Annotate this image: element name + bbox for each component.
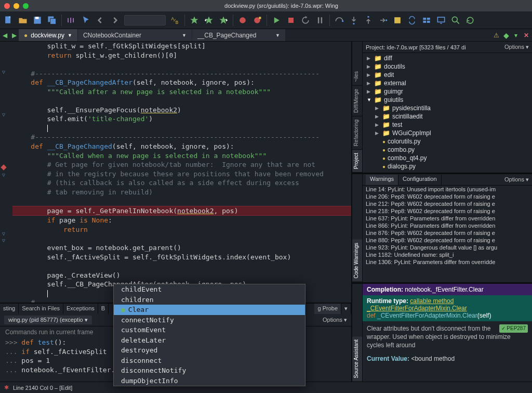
tree-file[interactable]: ●dialogs.py — [363, 162, 532, 171]
stop-icon[interactable] — [286, 15, 296, 25]
tree-folder[interactable]: ▶📁pysidescintilla — [363, 104, 532, 112]
refresh-icon[interactable] — [465, 15, 475, 25]
breakpoint-icon[interactable] — [237, 15, 248, 25]
autocomplete-item[interactable]: customEvent — [114, 325, 305, 335]
run-icon[interactable] — [271, 15, 282, 25]
warning-item[interactable]: Line 880: Pep8: W602 deprecated form of … — [363, 237, 532, 244]
code-editor[interactable]: ▽ ▽ ▽ ▽ ▽ split_w = self._fGtkSplitWidge… — [0, 42, 351, 303]
tree-folder[interactable]: ▶📁diff — [363, 54, 532, 62]
autocomplete-item[interactable]: connectNotify — [114, 315, 305, 325]
warning-item[interactable]: Line 1306: PyLint: Parameters differ fro… — [363, 258, 532, 266]
autocomplete-item[interactable]: disconnectNotify — [114, 365, 305, 376]
warning-item[interactable]: Line 637: PyLint: Parameters differ from… — [363, 215, 532, 222]
breakpoint-marker[interactable] — [1, 164, 6, 170]
pointer-icon[interactable] — [81, 15, 91, 25]
warning-item[interactable]: Line 866: PyLint: Parameters differ from… — [363, 222, 532, 229]
project-options[interactable]: Options ▾ — [504, 44, 529, 50]
breakpoint-cond-icon[interactable] — [252, 15, 262, 25]
autocomplete-item[interactable]: deleteLater — [114, 335, 305, 346]
vtab-files[interactable]: ~iles — [352, 68, 362, 86]
process-selector[interactable]: wing.py (pid 85777) (exceptio ▾ — [4, 316, 92, 324]
save-icon[interactable] — [32, 15, 43, 25]
autocomplete-popup[interactable]: childEventchildren●ClearconnectNotifycus… — [113, 284, 305, 386]
tree-folder[interactable]: ▶📁test — [363, 121, 532, 129]
bottom-tab-debug-probe[interactable]: g Probe — [314, 304, 341, 314]
bookmark-icon[interactable] — [189, 15, 200, 25]
doc-tab-file[interactable]: ● dockview.py ▼ — [19, 29, 78, 41]
tree-file[interactable]: ●combo_qt4.py — [363, 154, 532, 162]
maximize-icon[interactable] — [23, 3, 29, 9]
warning-item[interactable]: Line 876: Pep8: W602 deprecated form of … — [363, 229, 532, 237]
step-over-icon[interactable] — [334, 15, 344, 25]
vtab-refactoring[interactable]: Refactoring — [352, 116, 362, 150]
warning-item[interactable]: Line 923: PyLint: Dangerous default valu… — [363, 244, 532, 251]
doc-tab-symbol[interactable]: __CB_PageChanged ▼ — [192, 29, 286, 41]
bug-icon[interactable]: ✱ — [4, 384, 9, 391]
doc-nav-back-icon[interactable]: ◀ — [0, 29, 9, 41]
warning-item[interactable]: Line 206: Pep8: W602 deprecated form of … — [363, 193, 532, 200]
step-next-icon[interactable] — [378, 15, 388, 25]
bookmark-prev-icon[interactable] — [204, 15, 214, 25]
doc-tab-class[interactable]: CNotebookContainer ▼ — [78, 29, 192, 41]
warnings-list[interactable]: Line 14: PyLint: Unused import itertools… — [363, 186, 532, 282]
search-tool-icon[interactable] — [450, 15, 461, 25]
snippets-icon[interactable] — [421, 15, 432, 25]
project-tree[interactable]: ▶📁diff▶📁docutils▶📁edit▶📁external▶📁guimgr… — [363, 53, 532, 173]
tree-folder[interactable]: ▶📁scintillaedit — [363, 112, 532, 121]
vtab-source-assistant[interactable]: Source Assistant — [352, 336, 362, 382]
autocomplete-item[interactable]: children — [114, 295, 305, 305]
close-doc-icon[interactable]: ✕ — [521, 29, 532, 41]
sync-icon[interactable] — [407, 15, 417, 25]
tree-file[interactable]: ●combo.py — [363, 146, 532, 154]
autocomplete-item[interactable]: dumpObjectInfo — [114, 376, 305, 386]
bookmark-next-icon[interactable] — [218, 15, 229, 25]
warning-item[interactable]: Line 218: Pep8: W602 deprecated form of … — [363, 207, 532, 215]
pause-icon[interactable] — [315, 15, 325, 25]
warning-item[interactable]: Line 14: PyLint: Unused import itertools… — [363, 186, 532, 193]
warning-icon[interactable]: ⚠ — [491, 29, 501, 41]
configuration-tab[interactable]: Configuration — [398, 175, 441, 185]
tree-folder[interactable]: ▶📁external — [363, 79, 532, 87]
close-icon[interactable] — [4, 3, 10, 9]
vtab-project[interactable]: Project — [352, 150, 362, 173]
autocomplete-item[interactable]: destroyed — [114, 345, 305, 356]
display-icon[interactable] — [436, 15, 446, 25]
tree-folder[interactable]: ▶📁WGuiCppImpl — [363, 129, 532, 137]
vtab-diff[interactable]: Diff/Merge — [352, 86, 362, 116]
goto-icon[interactable] — [66, 15, 76, 25]
search-input[interactable] — [124, 15, 166, 25]
back-icon[interactable] — [95, 15, 105, 25]
tree-file[interactable]: ●colorutils.py — [363, 137, 532, 146]
bottom-tab[interactable]: Exceptions — [63, 304, 98, 314]
replace-icon[interactable]: AB — [170, 15, 180, 25]
warnings-options[interactable]: Options ▾ — [504, 176, 529, 183]
bottom-tab[interactable]: sting — [0, 304, 19, 314]
vtab-code-warnings[interactable]: Code Warnings — [352, 240, 362, 282]
open-file-icon[interactable] — [18, 15, 28, 25]
step-into-icon[interactable] — [349, 15, 359, 25]
save-all-icon[interactable] — [47, 15, 57, 25]
console-options[interactable]: Options ▾ — [323, 317, 347, 323]
bottom-tab[interactable]: Search in Files — [19, 304, 63, 314]
autocomplete-item[interactable]: ●Clear — [114, 305, 305, 315]
autocomplete-item[interactable]: childEvent — [114, 284, 305, 295]
warning-item[interactable]: Line 1182: Undefined name: split_i — [363, 251, 532, 258]
new-file-icon[interactable] — [3, 15, 14, 25]
restart-icon[interactable] — [300, 15, 311, 25]
tree-folder[interactable]: ▶📁docutils — [363, 62, 532, 71]
autocomplete-item[interactable]: disconnect — [114, 356, 305, 366]
tree-folder[interactable]: ▶📁edit — [363, 71, 532, 79]
tree-folder[interactable]: ▶📁guimgr — [363, 87, 532, 96]
minimize-icon[interactable] — [14, 3, 19, 9]
doc-menu-icon[interactable]: ▾ — [511, 29, 521, 41]
bottom-tab-menu-icon[interactable]: ▾ — [341, 304, 351, 314]
split-icon[interactable]: ◆ — [501, 29, 511, 41]
forward-icon[interactable] — [110, 15, 120, 25]
step-out-icon[interactable] — [363, 15, 374, 25]
warnings-tab[interactable]: Warnings — [366, 175, 398, 185]
tree-folder[interactable]: ▼📁guiutils — [363, 96, 532, 104]
warning-item[interactable]: Line 212: Pep8: W602 deprecated form of … — [363, 200, 532, 207]
doc-nav-fwd-icon[interactable]: ▶ — [9, 29, 19, 41]
bottom-tab[interactable]: B — [98, 304, 109, 314]
lint-icon[interactable] — [392, 15, 403, 25]
